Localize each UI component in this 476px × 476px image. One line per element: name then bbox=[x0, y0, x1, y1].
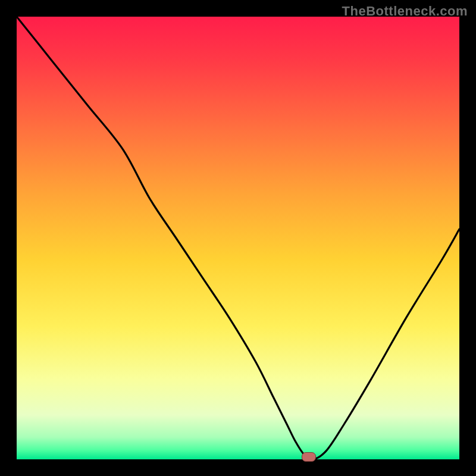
optimal-point-marker bbox=[302, 452, 316, 462]
watermark-text: TheBottleneck.com bbox=[342, 4, 468, 19]
chart-container: TheBottleneck.com bbox=[0, 0, 476, 476]
bottleneck-curve bbox=[17, 17, 459, 459]
plot-area bbox=[17, 17, 459, 459]
